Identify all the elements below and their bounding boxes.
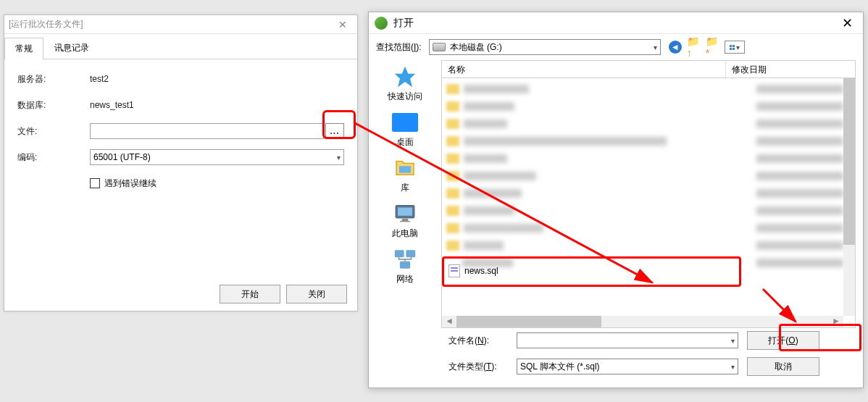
start-button[interactable]: 开始 xyxy=(220,285,280,303)
filetype-select[interactable]: SQL 脚本文件 (*.sql) ▾ xyxy=(517,359,738,374)
list-item[interactable] xyxy=(446,116,851,132)
back-icon[interactable]: ◄ xyxy=(668,40,683,54)
chevron-down-icon: ▾ xyxy=(736,43,740,51)
place-desktop[interactable]: 桌面 xyxy=(391,110,420,148)
database-label: 数据库: xyxy=(17,99,90,112)
open-file-dialog: 打开 ✕ 查找范围(I): 本地磁盘 (G:) ▾ ◄ 📁↑ 📁* ▾ xyxy=(368,12,864,388)
list-item-selected[interactable]: news.sql xyxy=(444,262,737,280)
star-icon xyxy=(391,64,420,89)
place-quick-access[interactable]: 快速访问 xyxy=(388,64,422,103)
filename-label: 文件名(N): xyxy=(448,335,508,347)
place-library[interactable]: 库 xyxy=(391,156,420,194)
list-item[interactable] xyxy=(446,133,851,149)
horizontal-scrollbar[interactable]: ◄ ► xyxy=(442,316,843,327)
filetype-label: 文件类型(T): xyxy=(448,361,508,373)
close-icon[interactable]: ✕ xyxy=(838,15,857,31)
svg-rect-3 xyxy=(398,208,412,216)
list-item[interactable] xyxy=(446,99,851,114)
svg-rect-4 xyxy=(402,219,409,221)
tab-general[interactable]: 常规 xyxy=(4,38,43,59)
list-item[interactable] xyxy=(446,203,851,219)
drive-icon xyxy=(433,43,446,51)
up-folder-icon[interactable]: 📁↑ xyxy=(687,40,701,54)
chevron-down-icon: ▾ xyxy=(654,43,657,51)
tab-log[interactable]: 讯息记录 xyxy=(43,37,100,59)
filename-input[interactable]: ▾ xyxy=(517,332,738,348)
svg-rect-7 xyxy=(406,250,415,257)
chevron-down-icon: ▾ xyxy=(337,154,341,162)
place-this-pc[interactable]: 此电脑 xyxy=(391,201,420,240)
encoding-value: 65001 (UTF-8) xyxy=(93,152,151,162)
close-button[interactable]: 关闭 xyxy=(286,285,347,303)
chevron-down-icon: ▾ xyxy=(731,337,735,345)
open-dialog-footer: 文件名(N): ▾ 打开(O) 文件类型(T): SQL 脚本文件 (*.sql… xyxy=(369,328,863,390)
scroll-right-icon[interactable]: ► xyxy=(829,316,843,327)
column-name[interactable]: 名称 xyxy=(442,61,726,78)
vertical-scrollbar[interactable] xyxy=(843,78,855,316)
file-input[interactable] xyxy=(90,123,324,139)
globe-icon xyxy=(375,17,388,30)
continue-on-error-label: 遇到错误继续 xyxy=(104,177,157,190)
batch-task-dialog: [运行批次任务文件] ✕ 常规 讯息记录 服务器: test2 数据库: new… xyxy=(4,14,358,311)
file-list[interactable] xyxy=(442,78,855,275)
lookup-bar: 查找范围(I): 本地磁盘 (G:) ▾ ◄ 📁↑ 📁* ▾ xyxy=(369,34,863,60)
column-date[interactable]: 修改日期 xyxy=(726,61,855,78)
file-list-header: 名称 修改日期 xyxy=(442,61,855,78)
browse-button[interactable]: ... xyxy=(325,123,344,139)
close-icon[interactable]: ✕ xyxy=(333,19,353,30)
svg-rect-6 xyxy=(395,250,404,257)
selected-filename: news.sql xyxy=(464,266,498,276)
file-list-pane: 名称 修改日期 news.sql xyxy=(441,60,856,328)
lookup-label: 查找范围(I): xyxy=(376,41,422,54)
cancel-button[interactable]: 取消 xyxy=(747,357,819,376)
encoding-select[interactable]: 65001 (UTF-8) ▾ xyxy=(90,149,344,165)
dialog-titlebar[interactable]: [运行批次任务文件] ✕ xyxy=(4,15,357,34)
places-sidebar: 快速访问 桌面 库 此电脑 网络 xyxy=(369,60,441,328)
open-title: 打开 xyxy=(393,17,838,30)
encoding-label: 编码: xyxy=(17,151,90,164)
place-network[interactable]: 网络 xyxy=(391,247,420,285)
server-label: 服务器: xyxy=(17,73,90,85)
network-icon xyxy=(391,247,420,272)
open-button[interactable]: 打开(O) xyxy=(747,331,819,350)
lookup-select[interactable]: 本地磁盘 (G:) ▾ xyxy=(429,39,661,55)
continue-on-error-checkbox[interactable] xyxy=(90,178,100,188)
scroll-left-icon[interactable]: ◄ xyxy=(442,316,456,327)
list-item[interactable] xyxy=(446,185,851,201)
dialog-title: [运行批次任务文件] xyxy=(9,18,333,30)
svg-rect-8 xyxy=(400,261,410,269)
database-value: news_test1 xyxy=(90,100,344,110)
new-folder-icon[interactable]: 📁* xyxy=(706,40,720,54)
folder-icon xyxy=(391,156,420,180)
desktop-icon xyxy=(391,110,420,135)
list-item[interactable] xyxy=(446,220,851,236)
svg-rect-5 xyxy=(400,221,410,222)
list-item[interactable] xyxy=(446,81,851,97)
list-item[interactable] xyxy=(446,151,851,167)
list-item[interactable] xyxy=(446,168,851,184)
filetype-value: SQL 脚本文件 (*.sql) xyxy=(520,361,600,373)
svg-marker-0 xyxy=(395,67,415,87)
server-value: test2 xyxy=(90,74,344,84)
monitor-icon xyxy=(391,201,420,226)
view-mode-button[interactable]: ▾ xyxy=(725,41,745,54)
file-label: 文件: xyxy=(17,125,90,138)
chevron-down-icon: ▾ xyxy=(731,363,735,371)
lookup-value: 本地磁盘 (G:) xyxy=(450,41,502,54)
open-titlebar[interactable]: 打开 ✕ xyxy=(369,12,863,34)
svg-rect-1 xyxy=(399,166,411,172)
list-item[interactable] xyxy=(446,238,851,254)
tab-bar: 常规 讯息记录 xyxy=(4,37,357,59)
sql-file-icon xyxy=(448,264,460,277)
form-area: 服务器: test2 数据库: news_test1 文件: ... 编码: 6… xyxy=(4,59,357,213)
